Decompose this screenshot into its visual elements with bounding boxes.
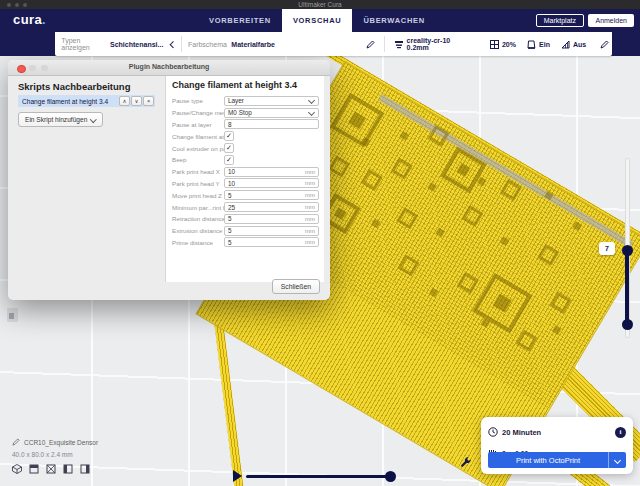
model-name: CCR10_Exquisite Densor [24,439,98,446]
adhesion-icon [527,40,536,49]
remove-script-button[interactable]: × [143,96,154,106]
script-setting-row: Prime distance5mm [172,237,319,249]
tab-ueberwachen[interactable]: ÜBERWACHEN [352,9,435,32]
collapse-panel-icon[interactable] [169,41,176,48]
setting-input[interactable]: 10mm [224,178,319,188]
script-setting-row: Pause at layer8 [172,119,319,131]
toolbar-divider [384,36,385,52]
simulation-slider-handle[interactable] [385,471,396,482]
script-setting-row: Pause/Change methodM0 Stop [172,107,319,119]
setting-label: Retraction distance [172,215,224,222]
setting-label: Prime distance [172,239,224,246]
toolbar-divider [181,36,182,52]
setting-label: Cool extruder on pause [172,145,224,152]
edit-model-pencil-icon[interactable] [12,438,20,447]
view-type-label: Typen anzeigen [61,37,105,51]
setting-input[interactable]: 5mm [224,237,319,247]
setting-input[interactable]: 5mm [224,190,319,200]
marketplace-button[interactable]: Marktplatz [536,14,584,27]
color-scheme-value[interactable]: Materialfarbe [231,41,275,48]
setting-select[interactable]: Layer [224,96,319,106]
layer-slider-upper-handle[interactable] [622,245,633,256]
edit-print-settings-pencil-icon[interactable] [600,40,609,49]
print-with-octoprint-button[interactable]: Print with OctoPrint [488,452,626,468]
setting-input[interactable]: 5mm [224,226,319,236]
script-setting-row: Beep✓ [172,154,319,166]
printer-config[interactable]: creality-cr-10 0.2mm [407,37,468,51]
print-head-marker [7,308,18,322]
setting-label: Park print head X [172,168,224,175]
signin-button[interactable]: Anmelden [588,14,634,27]
layer-slider-range[interactable] [625,251,629,325]
window-titlebar: Ultimaker Cura [0,0,640,9]
wrench-icon[interactable] [460,454,472,472]
setting-label: Park print head Y [172,180,224,187]
simulation-slider-track[interactable] [246,475,392,478]
setting-checkbox[interactable]: ✓ [224,131,234,141]
app-logo: cura. [13,12,46,27]
model-dimensions: 40.0 x 80.0 x 2.4 mm [12,451,98,458]
simulation-play-button[interactable] [233,470,242,482]
post-processing-dialog: Plugin Nachbearbeitung Skripts Nachbearb… [8,60,330,300]
color-scheme-label: Farbschema [188,41,227,48]
setting-checkbox[interactable]: ✓ [224,155,234,165]
setting-input[interactable]: 8 [224,119,319,129]
setting-select[interactable]: M0 Stop [224,108,319,118]
print-options-chevron[interactable] [608,452,626,468]
view-front-icon[interactable] [29,464,39,474]
edit-color-scheme-pencil-icon[interactable] [366,40,375,49]
infill-value[interactable]: 20% [502,41,516,48]
setting-label: Move print head Z [172,192,224,199]
adhesion-value[interactable]: Ein [539,41,550,48]
script-setting-row: Pause typeLayer [172,95,319,107]
printer-icon [394,40,404,49]
secondary-toolbar-strip: Typen anzeigen Schichtenansi... Farbsche… [0,32,640,56]
preview-toolbar: Typen anzeigen Schichtenansi... Farbsche… [55,32,612,56]
script-setting-row: Retraction distance5mm [172,213,319,225]
view-type-value[interactable]: Schichtenansi... [110,41,163,48]
clock-icon [488,423,498,441]
script-setting-row: Change filament at pause✓ [172,130,319,142]
setting-input[interactable]: 25mm [224,202,319,212]
app-header: cura. VORBEREITEN VORSCHAU ÜBERWACHEN Ma… [0,9,640,32]
setting-input[interactable]: 10mm [224,167,319,177]
info-icon[interactable]: i [615,427,626,438]
script-list-item-selected[interactable]: Change filament at height 3.4 ∧ ∨ × [18,95,155,107]
setting-label: Pause at layer [172,121,224,128]
script-item-label: Change filament at height 3.4 [18,98,119,105]
dialog-schliessen-button[interactable]: Schließen [272,279,320,294]
support-value[interactable]: Aus [573,41,586,48]
script-settings-panel: Change filament at height 3.4 Pause type… [165,76,324,282]
print-button-label: Print with OctoPrint [488,456,608,465]
script-setting-row: Minimum par...rint head Z25mm [172,201,319,213]
script-setting-row: Extrusion distance5mm [172,225,319,237]
script-setting-row: Park print head X10mm [172,166,319,178]
script-setting-row: Cool extruder on pause✓ [172,142,319,154]
move-script-up-button[interactable]: ∧ [119,96,130,106]
add-script-button[interactable]: Ein Skript hinzufügen [18,112,103,127]
model-info-panel: CCR10_Exquisite Densor 40.0 x 80.0 x 2.4… [12,438,98,474]
view-left-icon[interactable] [63,464,73,474]
move-script-down-button[interactable]: ∨ [131,96,142,106]
view-top-icon[interactable] [46,464,56,474]
support-icon [561,40,570,49]
setting-checkbox[interactable]: ✓ [224,143,234,153]
setting-label: Minimum par...rint head Z [172,204,224,211]
script-settings-rows: Pause typeLayerPause/Change methodM0 Sto… [172,95,319,248]
layer-slider-lower-handle[interactable] [622,319,633,330]
view-right-icon[interactable] [80,464,90,474]
print-time: 20 Minuten [502,428,611,437]
script-setting-row: Park print head Y10mm [172,178,319,190]
view-3d-icon[interactable] [12,464,22,474]
setting-input[interactable]: 5mm [224,214,319,224]
tab-vorbereiten[interactable]: VORBEREITEN [198,9,282,32]
dialog-titlebar: Plugin Nachbearbeitung [8,60,330,76]
script-setting-row: Move print head Z5mm [172,189,319,201]
dialog-title: Plugin Nachbearbeitung [8,63,330,70]
scripts-panel-heading: Skripts Nachbearbeitung [18,81,130,92]
setting-label: Beep [172,156,224,163]
window-title: Ultimaker Cura [0,1,640,8]
setting-label: Pause type [172,97,224,104]
print-summary-card: 20 Minuten i 3g · 0.99m Print with OctoP… [481,417,633,474]
tab-vorschau[interactable]: VORSCHAU [282,9,353,32]
